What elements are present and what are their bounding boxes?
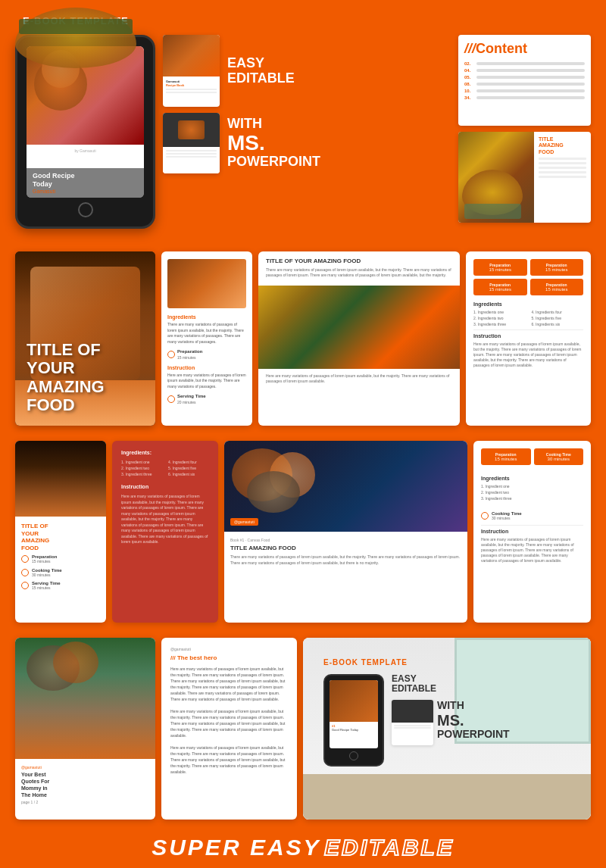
content-num-6: 34. — [464, 95, 473, 100]
nutrition2-ing-1: 1. Ingredient one — [481, 484, 583, 489]
section3: TITLE OFYOURAMAZINGFOOD Preparation 15 m… — [0, 433, 606, 630]
nutrition2-ing-3: 3. Ingredient three — [481, 496, 583, 501]
nutrition2-ing-2: 2. Ingredient two — [481, 490, 583, 495]
nutrition-item-3: Preparation 15 minutes — [473, 279, 527, 295]
blog-card-body: Book #1 · Canvas Food TITLE AMAZING FOOD… — [224, 532, 467, 572]
burger-text-2 — [539, 162, 586, 164]
presentation-home-btn — [349, 751, 358, 760]
serving-text: 20 minutes — [177, 400, 206, 405]
with-ms-card — [163, 113, 220, 173]
blog-card-title: TITLE AMAZING FOOD — [230, 545, 461, 551]
preparation-label: Preparation — [177, 349, 202, 354]
content-line-4: 08. — [464, 82, 585, 86]
nutrition2-divider — [481, 525, 583, 526]
spacer1 — [121, 478, 209, 484]
content-text-6 — [476, 96, 585, 99]
blog-article-text: Here are many variations of passages of … — [170, 666, 288, 775]
nutrition2-cook-value: 30 minutes — [538, 457, 580, 461]
content-line-5: 10. — [464, 89, 585, 93]
nutrition-item-2: Preparation 15 minutes — [530, 259, 584, 276]
preparation-icon — [167, 351, 175, 358]
nutrition-item-1: Preparation 15 minutes — [473, 259, 527, 276]
content-num-3: 05. — [464, 75, 473, 80]
burger-text-5 — [539, 176, 586, 178]
super-easy-editable-label: SUPER EASY EDITABLE — [0, 835, 606, 860]
ingredients-section: Ingredients There are many variations of… — [167, 314, 246, 345]
preparation-section: Preparation 15 minutes — [167, 349, 246, 361]
ingredient-3: 3. Ingredients three — [473, 322, 526, 326]
cooking-time-value: 30 minutes — [492, 516, 522, 520]
presentation-content: #1 Good Recipe Today EASYEDITABLE — [323, 674, 570, 767]
nutrition2-ingredients-title: Ingredients — [481, 476, 583, 481]
vertical-cook-icon — [21, 569, 29, 576]
tablet-author: by Gamasuti — [30, 148, 140, 153]
content-num-1: 02. — [464, 61, 473, 66]
nutrition-ingredient-row-2: 2. Ingredients two 5. Ingredients five — [473, 316, 583, 320]
nutrition-card: Preparation 15 minutes Preparation 15 mi… — [466, 251, 591, 426]
vertical-prep-value: 15 minutes — [32, 559, 57, 564]
tablet-screen: #1 Ranked Good RecipeToday Gamasuti by G… — [27, 46, 144, 198]
ingredients-label: Ingredients — [167, 314, 246, 320]
dark-instruction-text: Here are many variations of passages of … — [121, 494, 209, 545]
ms-label: MS. — [227, 131, 265, 155]
content-num-5: 10. — [464, 89, 473, 93]
burger-title: TITLEAMAZINGFOOD — [539, 136, 586, 155]
with-ms-card-top — [163, 113, 220, 147]
card-line-3 — [166, 156, 217, 158]
tablet-food-overlay: Good RecipeToday Gamasuti — [27, 168, 144, 198]
nutrition2-item-1: Preparation 15 minutes — [481, 448, 531, 465]
dark-ingredient-row-3: 3. Ingredient three 6. Ingredient six — [121, 472, 209, 476]
nutrition2-instruction-text: Here are many variations of passages of … — [481, 537, 583, 564]
burger-card: TITLEAMAZINGFOOD — [458, 132, 591, 223]
vertical-serve-icon — [21, 582, 29, 589]
dark-instruction-title: Instruction — [121, 484, 209, 489]
content-line-2: 04. — [464, 68, 585, 73]
blog-card-tag: @gamastuti — [230, 518, 258, 526]
blog-card2-image — [15, 638, 155, 759]
dark-ingredient-row-2: 2. Ingredient two 5. Ingredient five — [121, 466, 209, 470]
nutrition-grid: Preparation 15 minutes Preparation 15 mi… — [473, 259, 583, 295]
recipe-food-image — [167, 259, 246, 308]
tablet-food-subtitle: Gamasuti — [33, 189, 138, 194]
content-line-3: 05. — [464, 75, 585, 80]
content-text-3 — [476, 76, 585, 79]
nutrition-preparation-value: 15 minutes — [477, 267, 523, 272]
small-card-content: Gamasuti Recipe Book — [163, 76, 220, 96]
nutrition2-item-2: Cooking Time 30 minutes — [534, 448, 584, 465]
big-food-overlay: TITLE OFYOURAMAZINGFOOD — [15, 329, 155, 426]
big-burger-recipe-title: TITLE OF YOUR AMAZING FOOD — [266, 258, 452, 264]
dark-ingredient-5: 5. Ingredient five — [168, 466, 209, 470]
presentation-background: E-BOOK TEMPLATE #1 Good Recipe Today — [303, 638, 591, 820]
nutrition-instruction-text: Here are many variations of passages of … — [473, 342, 583, 368]
big-food-title: TITLE OFYOURAMAZINGFOOD — [27, 341, 144, 414]
super-label: SUPER EASY — [152, 835, 320, 860]
preparation-text: 15 minutes — [177, 355, 202, 361]
nutrition-grid-2: Preparation 15 minutes Cooking Time 30 m… — [481, 448, 583, 465]
recipe-ingredients-card: Ingredients There are many variations of… — [161, 251, 252, 426]
blog-food-card: @gamastuti Book #1 · Canvas Food TITLE A… — [224, 441, 467, 623]
easy-editable-label: EASYEDITABLE — [227, 56, 295, 86]
cooking-row: Cooking Time 30 minutes — [481, 511, 583, 520]
ingredient-6: 6. Ingredients six — [532, 322, 584, 326]
nutrition-item-4: Preparation 15 minutes — [530, 279, 584, 295]
divider2 — [166, 92, 217, 93]
blog-article-title: /// The best hero — [170, 654, 288, 661]
tablet-bottom: by Gamasuti — [27, 145, 144, 157]
nutrition-preparation3-value: 15 minutes — [477, 287, 523, 292]
content-text-1 — [476, 62, 585, 65]
burger-text-4 — [539, 171, 586, 173]
presentation-cards-row: WITHMS.POWERPOINT — [392, 700, 570, 745]
vertical-cook-value: 30 minutes — [32, 573, 62, 578]
blog-food-image: @gamastuti — [224, 441, 467, 532]
tablet-home-button — [78, 202, 93, 217]
nutrition2-instruction-title: Instruction — [481, 529, 583, 534]
editable-label: EDITABLE — [324, 835, 454, 860]
nutrition-ingredient-row-1: 1. Ingredients one 4. Ingredients four — [473, 310, 583, 314]
nutrition-card-2: Preparation 15 minutes Cooking Time 30 m… — [473, 441, 591, 623]
presentation-mini-top-1 — [392, 700, 433, 723]
burger-text-1 — [539, 158, 586, 160]
blog-card-2: @gamastuti Your BestQuotes ForMommy inTh… — [15, 638, 155, 820]
blog-article-tag: @gamastuti — [170, 647, 288, 651]
ingredient-2: 2. Ingredients two — [473, 316, 526, 320]
ingredient-1: 1. Ingredients one — [473, 310, 526, 314]
